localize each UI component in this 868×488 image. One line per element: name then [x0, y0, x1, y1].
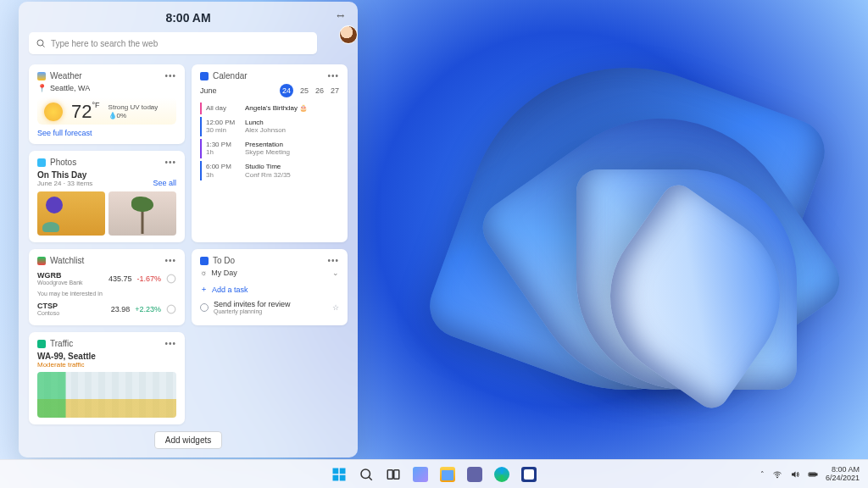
weather-icon	[37, 72, 46, 80]
traffic-route: WA-99, Seattle	[37, 352, 176, 361]
traffic-card[interactable]: Traffic ••• WA-99, Seattle Moderate traf…	[29, 332, 185, 424]
traffic-more-icon[interactable]: •••	[164, 339, 176, 348]
add-widgets-button[interactable]: Add widgets	[154, 431, 222, 449]
svg-line-9	[369, 477, 372, 480]
calendar-title: Calendar	[213, 71, 248, 80]
svg-point-12	[776, 477, 777, 478]
task-title: Send invites for review	[214, 300, 291, 308]
todo-card[interactable]: To Do ••• ☼My Day⌄ ＋Add a task Send invi…	[192, 249, 348, 325]
svg-rect-5	[340, 468, 346, 474]
weather-temp: 72°F	[71, 101, 100, 123]
calendar-day[interactable]: 27	[331, 86, 339, 95]
svg-line-1	[42, 45, 44, 47]
svg-rect-7	[340, 474, 346, 480]
calendar-days: 24252627	[280, 84, 339, 97]
todo-title: To Do	[213, 256, 235, 265]
svg-rect-4	[333, 468, 339, 474]
svg-rect-15	[810, 474, 815, 475]
tray-clock[interactable]: 8:00 AM6/24/2021	[826, 466, 860, 483]
svg-point-3	[167, 305, 175, 313]
weather-more-icon[interactable]: •••	[164, 71, 176, 80]
wifi-icon[interactable]	[772, 469, 782, 480]
weather-card[interactable]: Weather ••• 📍Seattle, WA 72°F Strong UV …	[29, 64, 185, 144]
photos-headline: On This Day	[37, 170, 92, 180]
calendar-event[interactable]: 12:00 PM30 minLunchAlex Johnson	[200, 117, 339, 136]
calendar-event[interactable]: All dayAngela's Birthday 🎂	[200, 103, 339, 114]
calendar-more-icon[interactable]: •••	[327, 71, 339, 80]
taskbar-search-icon[interactable]	[354, 463, 378, 486]
widgets-button[interactable]	[409, 463, 432, 486]
traffic-map[interactable]	[37, 372, 176, 418]
weather-title: Weather	[50, 71, 82, 80]
calendar-events: All dayAngela's Birthday 🎂12:00 PM30 min…	[200, 103, 339, 180]
svg-rect-6	[333, 474, 339, 480]
panel-clock: 8:00 AM	[165, 11, 210, 25]
photos-more-icon[interactable]: •••	[164, 158, 176, 167]
traffic-icon	[37, 340, 46, 348]
svg-rect-10	[387, 469, 392, 479]
sun-outline-icon: ☼	[200, 269, 207, 277]
sun-icon	[44, 103, 63, 121]
watchlist-row[interactable]: WGRBWoodgrove Bank435.75-1.67%	[37, 269, 176, 288]
search-input[interactable]	[51, 39, 310, 48]
widgets-panel: 8:00 AM ⤢ Weather ••• 📍Seattle, WA 72°F …	[19, 2, 358, 458]
photos-link[interactable]: See all	[153, 179, 176, 187]
watchlist-card[interactable]: Watchlist ••• WGRBWoodgrove Bank435.75-1…	[29, 249, 185, 325]
todo-myday: My Day	[211, 269, 237, 277]
photos-card[interactable]: Photos ••• On This Day June 24 · 33 item…	[29, 151, 185, 242]
tray-chevron-icon[interactable]: ˄	[760, 470, 765, 479]
search-icon	[36, 38, 46, 48]
svg-rect-11	[394, 469, 399, 479]
traffic-status: Moderate traffic	[37, 361, 176, 369]
photo-thumb[interactable]	[37, 191, 105, 236]
watchlist-title: Watchlist	[50, 256, 84, 265]
star-icon[interactable]: ☆	[332, 303, 339, 312]
photos-title: Photos	[50, 158, 76, 167]
watchlist-row[interactable]: CTSPContoso23.98+2.23%	[37, 299, 176, 319]
calendar-card[interactable]: Calendar ••• June 24252627 All dayAngela…	[192, 64, 348, 242]
start-button[interactable]	[327, 463, 351, 486]
svg-rect-14	[816, 474, 817, 475]
taskbar: ˄ 8:00 AM6/24/2021	[0, 459, 868, 488]
traffic-title: Traffic	[50, 339, 73, 348]
expand-icon[interactable]: ⤢	[334, 9, 348, 23]
calendar-event[interactable]: 6:00 PM3hStudio TimeConf Rm 32/35	[200, 161, 339, 180]
calendar-day[interactable]: 25	[300, 86, 309, 95]
watchlist-hint: You may be interested in	[37, 291, 176, 297]
taskbar-center	[327, 463, 541, 486]
user-avatar[interactable]	[339, 25, 358, 44]
watchlist-more-icon[interactable]: •••	[164, 256, 176, 265]
todo-more-icon[interactable]: •••	[327, 256, 339, 265]
chevron-down-icon[interactable]: ⌄	[332, 269, 339, 277]
edge-icon[interactable]	[490, 463, 514, 486]
search-box[interactable]	[29, 32, 317, 54]
calendar-icon	[200, 72, 209, 80]
chat-icon[interactable]	[463, 463, 487, 486]
system-tray[interactable]: ˄ 8:00 AM6/24/2021	[760, 466, 860, 483]
pin-icon: 📍	[37, 84, 47, 92]
svg-point-8	[361, 469, 370, 479]
add-task-button[interactable]: ＋Add a task	[200, 281, 339, 297]
weather-location: Seattle, WA	[50, 84, 90, 92]
photos-meta: June 24 · 33 items	[37, 180, 92, 187]
todo-icon	[200, 257, 209, 265]
calendar-day[interactable]: 24	[280, 84, 293, 97]
photo-thumb[interactable]	[108, 191, 176, 236]
task-item[interactable]: Send invites for reviewQuarterly plannin…	[200, 297, 339, 317]
task-sub: Quarterly planning	[214, 308, 291, 314]
volume-icon[interactable]	[790, 469, 800, 480]
weather-link[interactable]: See full forecast	[37, 129, 92, 137]
task-checkbox[interactable]	[200, 303, 209, 312]
calendar-day[interactable]: 26	[315, 86, 324, 95]
calendar-month: June	[200, 86, 217, 95]
plus-icon: ＋	[200, 284, 208, 295]
explorer-icon[interactable]	[436, 463, 459, 486]
calendar-event[interactable]: 1:30 PM1hPresentationSkype Meeting	[200, 139, 339, 158]
photos-icon	[37, 158, 46, 167]
task-view-icon[interactable]	[381, 463, 405, 486]
weather-cond: Strong UV today💧0%	[108, 103, 159, 121]
svg-point-2	[167, 274, 175, 283]
battery-icon[interactable]	[808, 469, 818, 480]
store-icon[interactable]	[517, 463, 541, 486]
svg-point-0	[37, 40, 43, 46]
